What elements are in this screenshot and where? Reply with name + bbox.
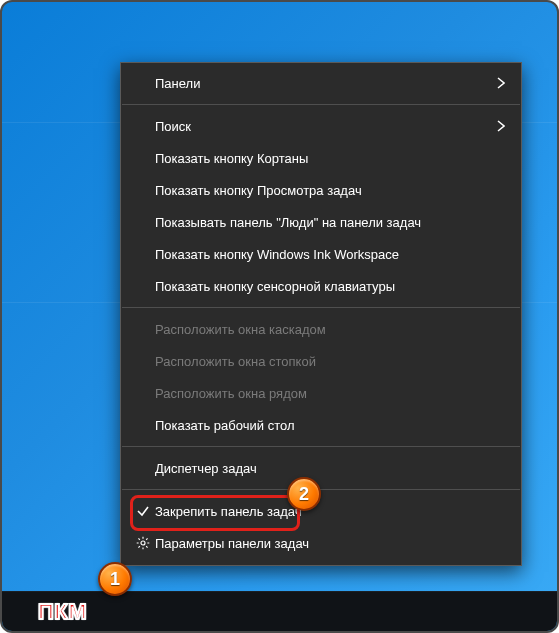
svg-line-6: [146, 546, 147, 547]
menu-item-lock-taskbar[interactable]: Закрепить панель задач: [121, 495, 521, 527]
menu-item-label: Расположить окна стопкой: [155, 354, 509, 369]
svg-line-5: [138, 538, 139, 539]
menu-item-label: Расположить окна рядом: [155, 386, 509, 401]
menu-item-label: Показать рабочий стол: [155, 418, 509, 433]
svg-point-0: [141, 541, 145, 545]
menu-item-label: Показывать панель "Люди" на панели задач: [155, 215, 509, 230]
menu-item-label: Расположить окна каскадом: [155, 322, 509, 337]
menu-item-task-view-button[interactable]: Показать кнопку Просмотра задач: [121, 174, 521, 206]
menu-item-label: Показать кнопку Кортаны: [155, 151, 509, 166]
svg-line-8: [146, 538, 147, 539]
menu-item-cascade-windows: Расположить окна каскадом: [121, 313, 521, 345]
taskbar[interactable]: [2, 591, 557, 631]
menu-item-people-panel[interactable]: Показывать панель "Люди" на панели задач: [121, 206, 521, 238]
svg-line-7: [138, 546, 139, 547]
menu-item-stack-windows: Расположить окна стопкой: [121, 345, 521, 377]
menu-item-task-manager[interactable]: Диспетчер задач: [121, 452, 521, 484]
menu-item-label: Диспетчер задач: [155, 461, 509, 476]
menu-item-label: Показать кнопку Windows Ink Workspace: [155, 247, 509, 262]
taskbar-context-menu: Панели Поиск Показать кнопку Кортаны Пок…: [120, 62, 522, 566]
menu-item-label: Закрепить панель задач: [155, 504, 509, 519]
menu-item-search[interactable]: Поиск: [121, 110, 521, 142]
check-icon: [131, 504, 155, 518]
menu-item-show-desktop[interactable]: Показать рабочий стол: [121, 409, 521, 441]
chevron-right-icon: [493, 77, 509, 89]
menu-separator: [122, 307, 520, 308]
menu-item-label: Панели: [155, 76, 493, 91]
gear-icon: [131, 536, 155, 550]
callout-number: 1: [110, 569, 120, 590]
menu-item-taskbar-settings[interactable]: Параметры панели задач: [121, 527, 521, 559]
menu-item-panels[interactable]: Панели: [121, 67, 521, 99]
menu-item-cortana-button[interactable]: Показать кнопку Кортаны: [121, 142, 521, 174]
menu-separator: [122, 489, 520, 490]
chevron-right-icon: [493, 120, 509, 132]
menu-item-label: Поиск: [155, 119, 493, 134]
menu-separator: [122, 446, 520, 447]
menu-separator: [122, 104, 520, 105]
menu-item-label: Показать кнопку Просмотра задач: [155, 183, 509, 198]
menu-item-label: Показать кнопку сенсорной клавиатуры: [155, 279, 509, 294]
menu-item-ink-workspace[interactable]: Показать кнопку Windows Ink Workspace: [121, 238, 521, 270]
menu-item-touch-keyboard[interactable]: Показать кнопку сенсорной клавиатуры: [121, 270, 521, 302]
menu-item-label: Параметры панели задач: [155, 536, 509, 551]
menu-item-side-by-side-windows: Расположить окна рядом: [121, 377, 521, 409]
screenshot-stage: Панели Поиск Показать кнопку Кортаны Пок…: [0, 0, 559, 633]
